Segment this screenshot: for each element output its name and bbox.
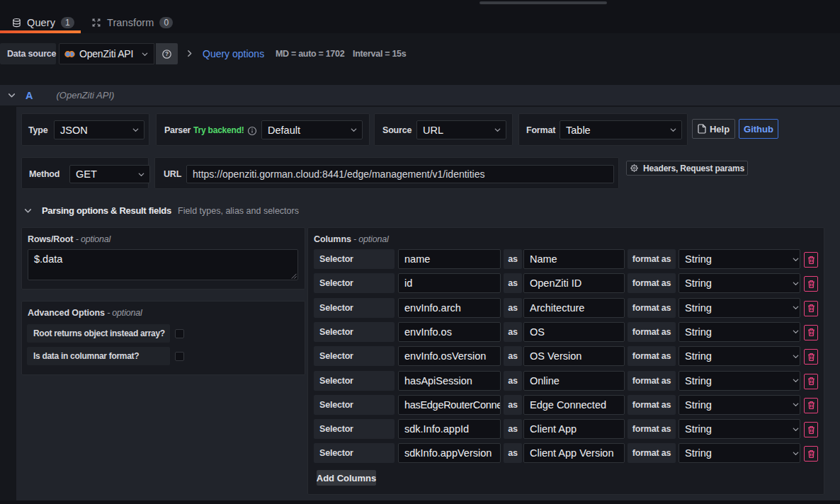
svg-text:?: ? [165, 51, 169, 57]
